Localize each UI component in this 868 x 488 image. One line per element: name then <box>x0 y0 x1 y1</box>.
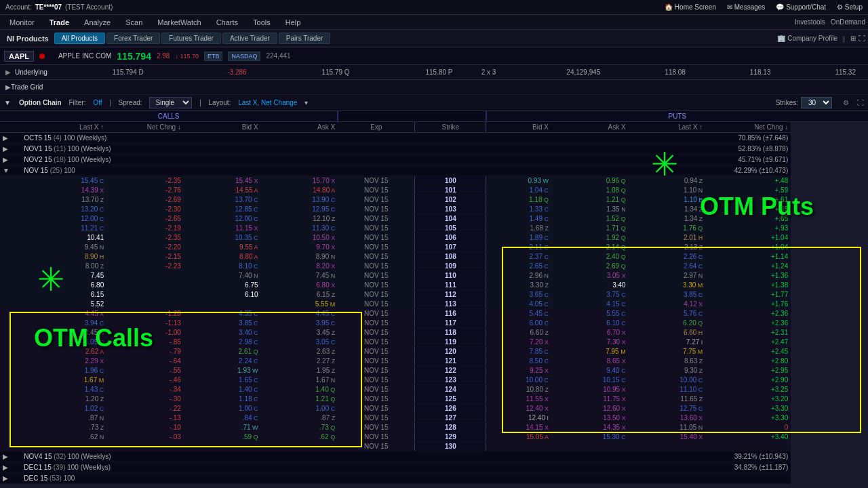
row-expand[interactable] <box>0 404 21 413</box>
table-cell[interactable]: 1.65 C <box>184 375 261 385</box>
put-chng[interactable]: +1.24 <box>705 262 791 271</box>
chain-scroll[interactable]: CALLS PUTS Last X ↑ Net Chng ↓ Bid X Ask… <box>0 111 868 484</box>
table-cell[interactable]: 5.55 C <box>551 309 629 319</box>
table-cell[interactable]: 2.69 Q <box>551 262 629 271</box>
row-expand[interactable] <box>0 195 21 205</box>
table-cell[interactable]: 3.95 C <box>261 319 338 328</box>
table-cell[interactable]: 13.70 C <box>184 195 261 205</box>
strike-cell[interactable]: 101 <box>415 186 486 195</box>
table-cell[interactable]: 7.75 M <box>629 347 706 357</box>
strike-cell[interactable]: 100 <box>415 176 486 186</box>
strike-cell[interactable]: 124 <box>415 385 486 394</box>
table-cell[interactable]: 1.34 Z <box>629 214 706 224</box>
table-cell[interactable]: 2.29 X <box>21 357 106 366</box>
section-row[interactable]: ▼ NOV 15 (25) 100 42.29% (±10.473) <box>0 165 868 176</box>
table-cell[interactable]: 12.00 C <box>184 214 261 224</box>
call-chng[interactable] <box>106 281 184 290</box>
table-cell[interactable]: 1.34 Z <box>629 205 706 214</box>
call-chng[interactable]: -.64 <box>106 357 184 366</box>
strike-cell[interactable]: 104 <box>415 214 486 224</box>
table-cell[interactable]: 4.45 X <box>21 309 106 319</box>
table-cell[interactable]: .73 Z <box>21 423 106 432</box>
pairs-trader-btn[interactable]: Pairs Trader <box>279 33 330 44</box>
table-cell[interactable]: 14.80 A <box>261 186 338 195</box>
table-cell[interactable]: 1.20 Z <box>21 394 106 404</box>
strike-cell[interactable]: 128 <box>415 423 486 432</box>
table-cell[interactable]: 8.63 Z <box>629 357 706 366</box>
put-chng[interactable]: +2.90 <box>705 375 791 385</box>
active-trader-btn[interactable]: Active Trader <box>222 33 277 44</box>
table-cell[interactable]: 10.41 <box>21 233 106 243</box>
table-row[interactable]: .87 N -.13 .84 C .87 Z NOV 15 127 12.40 … <box>0 413 868 423</box>
table-cell[interactable]: 8.90 H <box>21 252 106 262</box>
bid-x-header[interactable]: Bid X <box>184 122 261 133</box>
table-cell[interactable]: 1.35 N <box>551 205 629 214</box>
table-row[interactable]: 8.90 H -2.15 8.80 A 8.90 N NOV 15 108 2.… <box>0 252 868 262</box>
table-cell[interactable]: 2.27 Z <box>261 357 338 366</box>
trade-grid-expand[interactable]: ▶ <box>5 83 11 91</box>
strike-cell[interactable]: 110 <box>415 271 486 281</box>
call-chng[interactable]: -.55 <box>106 366 184 375</box>
ask-x-puts-header[interactable]: Ask X <box>551 122 629 133</box>
ask-x-header[interactable]: Ask X <box>261 122 338 133</box>
table-cell[interactable]: 1.71 Q <box>551 224 629 233</box>
table-cell[interactable]: 1.40 C <box>184 385 261 394</box>
row-expand[interactable] <box>0 271 21 281</box>
chain-expand[interactable]: ⛶ <box>857 99 864 106</box>
put-chng[interactable]: +1.04 <box>705 243 791 252</box>
strike-cell[interactable]: 106 <box>415 233 486 243</box>
call-chng[interactable]: -1.00 <box>106 328 184 338</box>
row-expand[interactable] <box>0 224 21 233</box>
table-cell[interactable]: 2.40 Q <box>551 252 629 262</box>
table-cell[interactable]: 13.20 C <box>21 205 106 214</box>
table-cell[interactable]: 3.94 C <box>21 319 106 328</box>
table-cell[interactable]: 1.02 C <box>21 404 106 413</box>
table-cell[interactable]: 2.13 Z <box>629 243 706 252</box>
table-cell[interactable]: 3.40 C <box>184 328 261 338</box>
expand-btn[interactable]: ⛶ <box>859 35 865 42</box>
section-row[interactable]: ▶ NOV4 15 (32) 100 (Weeklys) 39.21% (±10… <box>0 451 868 462</box>
row-expand[interactable] <box>0 442 21 451</box>
strike-cell[interactable]: 112 <box>415 290 486 300</box>
call-chng[interactable]: -1.13 <box>106 319 184 328</box>
strike-cell[interactable]: 123 <box>415 375 486 385</box>
table-cell[interactable]: 9.40 C <box>551 366 629 375</box>
table-cell[interactable]: .71 W <box>184 423 261 432</box>
grid-layout-btn[interactable]: ⊞ <box>850 35 856 42</box>
put-chng[interactable]: +1.04 <box>705 233 791 243</box>
table-cell[interactable]: .87 N <box>21 413 106 423</box>
call-chng[interactable]: -2.69 <box>106 195 184 205</box>
investools-link[interactable]: Investools <box>795 18 825 26</box>
section-expand[interactable]: ▶ <box>0 144 21 155</box>
put-chng[interactable]: +.48 <box>705 176 791 186</box>
table-row[interactable]: 5.52 5.55 M NOV 15 113 4.05 C 4.15 C 4.1… <box>0 300 868 309</box>
table-cell[interactable]: 4.12 X <box>629 300 706 309</box>
table-cell[interactable]: 15.45 X <box>184 176 261 186</box>
call-chng[interactable]: -.22 <box>106 404 184 413</box>
table-cell[interactable]: 1.00 C <box>261 404 338 413</box>
table-cell[interactable]: 11.21 C <box>21 224 106 233</box>
row-expand[interactable] <box>0 205 21 214</box>
row-expand[interactable] <box>0 309 21 319</box>
table-cell[interactable]: 11.65 Z <box>629 394 706 404</box>
row-expand[interactable] <box>0 186 21 195</box>
table-cell[interactable]: 1.08 Q <box>551 186 629 195</box>
table-cell[interactable]: 1.67 N <box>261 375 338 385</box>
table-cell[interactable]: 4.05 C <box>486 300 551 309</box>
table-cell[interactable] <box>551 442 629 451</box>
table-cell[interactable]: 6.80 <box>21 281 106 290</box>
table-cell[interactable] <box>486 442 551 451</box>
table-cell[interactable]: 1.33 C <box>486 205 551 214</box>
nav-tools[interactable]: Tools <box>246 17 277 28</box>
strike-cell[interactable]: 118 <box>415 328 486 338</box>
table-cell[interactable]: 6.20 Q <box>629 319 706 328</box>
put-chng[interactable]: +2.31 <box>705 328 791 338</box>
table-cell[interactable]: 3.05 C <box>21 338 106 347</box>
table-cell[interactable]: 14.39 X <box>21 186 106 195</box>
table-cell[interactable]: 10.00 C <box>486 375 551 385</box>
call-chng[interactable]: -.79 <box>106 347 184 357</box>
table-cell[interactable]: 10.15 C <box>551 375 629 385</box>
table-cell[interactable]: 8.65 X <box>551 357 629 366</box>
table-cell[interactable]: 11.15 X <box>184 224 261 233</box>
table-cell[interactable]: 5.76 C <box>629 309 706 319</box>
